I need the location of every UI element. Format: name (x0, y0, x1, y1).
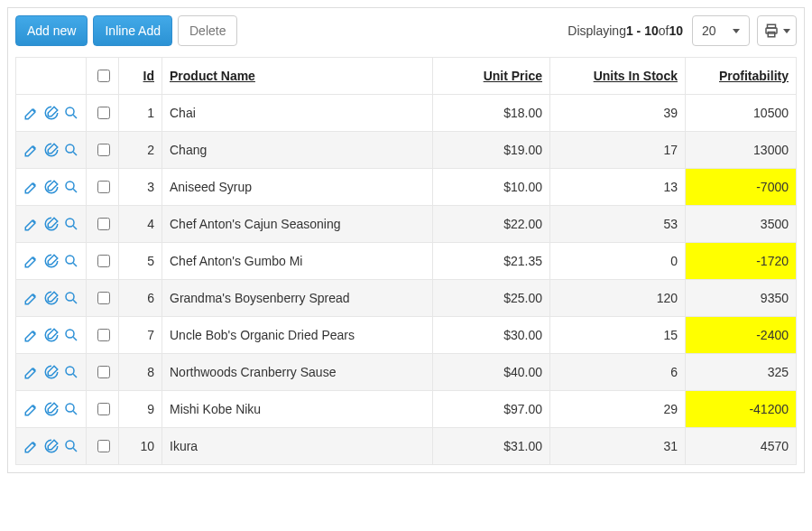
edit-icon[interactable] (23, 364, 40, 380)
cell-product-name: Ikura (162, 428, 433, 465)
cell-profitability: 9350 (686, 280, 797, 317)
row-actions (23, 327, 78, 343)
cell-unit-price: $18.00 (433, 95, 550, 132)
row-checkbox[interactable] (97, 144, 110, 156)
svg-point-3 (66, 107, 74, 116)
cell-units-in-stock: 6 (550, 354, 686, 391)
svg-point-12 (66, 441, 74, 449)
view-icon[interactable] (63, 105, 79, 121)
view-icon[interactable] (63, 290, 79, 306)
cell-id: 1 (119, 95, 162, 132)
cell-unit-price: $30.00 (433, 317, 550, 354)
row-actions (23, 105, 78, 121)
print-button[interactable] (757, 15, 797, 46)
view-icon[interactable] (63, 216, 79, 232)
cell-id: 7 (119, 317, 162, 354)
view-icon[interactable] (63, 142, 79, 158)
row-checkbox[interactable] (97, 403, 110, 415)
view-icon[interactable] (63, 327, 79, 343)
row-checkbox[interactable] (97, 366, 110, 378)
svg-point-5 (66, 182, 74, 190)
edit-icon[interactable] (23, 290, 40, 306)
svg-point-7 (66, 256, 74, 264)
page-size-select[interactable]: 20 (692, 15, 750, 46)
cell-unit-price: $97.00 (433, 391, 550, 428)
inline-edit-icon[interactable] (43, 216, 60, 232)
inline-edit-icon[interactable] (43, 327, 60, 343)
cell-id: 9 (119, 391, 162, 428)
row-checkbox[interactable] (97, 255, 110, 267)
row-checkbox[interactable] (97, 218, 110, 230)
inline-edit-icon[interactable] (43, 364, 60, 380)
row-checkbox[interactable] (97, 440, 110, 452)
cell-units-in-stock: 13 (550, 169, 686, 206)
edit-icon[interactable] (23, 327, 40, 343)
cell-profitability: 13000 (686, 132, 797, 169)
cell-profitability: -2400 (686, 317, 797, 354)
cell-id: 3 (119, 169, 162, 206)
table-row: 6Grandma's Boysenberry Spread$25.0012093… (16, 280, 797, 317)
cell-product-name: Uncle Bob's Organic Dried Pears (162, 317, 433, 354)
inline-edit-icon[interactable] (43, 438, 60, 454)
edit-icon[interactable] (23, 253, 40, 269)
view-icon[interactable] (63, 253, 79, 269)
edit-icon[interactable] (23, 105, 40, 121)
row-checkbox[interactable] (97, 181, 110, 193)
cell-product-name: Chef Anton's Cajun Seasoning (162, 206, 433, 243)
cell-id: 5 (119, 243, 162, 280)
row-checkbox[interactable] (97, 292, 110, 304)
table-row: 9Mishi Kobe Niku$97.0029-41200 (16, 391, 797, 428)
inline-edit-icon[interactable] (43, 105, 60, 121)
view-icon[interactable] (63, 179, 79, 195)
delete-button[interactable]: Delete (178, 15, 237, 46)
table-header-row: Id Product Name Unit Price Units In Stoc… (16, 58, 797, 95)
column-header-units-in-stock[interactable]: Units In Stock (550, 58, 686, 95)
column-header-profitability[interactable]: Profitability (686, 58, 797, 95)
view-icon[interactable] (63, 438, 79, 454)
column-header-actions (16, 58, 87, 95)
cell-id: 4 (119, 206, 162, 243)
inline-edit-icon[interactable] (43, 253, 60, 269)
data-table: Id Product Name Unit Price Units In Stoc… (15, 57, 797, 465)
cell-product-name: Mishi Kobe Niku (162, 391, 433, 428)
edit-icon[interactable] (23, 438, 40, 454)
chevron-down-icon (783, 29, 790, 33)
cell-profitability: 4570 (686, 428, 797, 465)
cell-id: 8 (119, 354, 162, 391)
cell-units-in-stock: 17 (550, 132, 686, 169)
cell-product-name: Chai (162, 95, 433, 132)
row-checkbox[interactable] (97, 329, 110, 341)
cell-product-name: Northwoods Cranberry Sause (162, 354, 433, 391)
cell-id: 6 (119, 280, 162, 317)
column-header-id[interactable]: Id (119, 58, 162, 95)
view-icon[interactable] (63, 401, 79, 417)
inline-edit-icon[interactable] (43, 401, 60, 417)
inline-edit-icon[interactable] (43, 142, 60, 158)
row-actions (23, 142, 78, 158)
inline-add-button[interactable]: Inline Add (93, 15, 172, 46)
edit-icon[interactable] (23, 401, 40, 417)
edit-icon[interactable] (23, 216, 40, 232)
select-all-checkbox[interactable] (97, 70, 110, 82)
edit-icon[interactable] (23, 142, 40, 158)
column-header-product-name[interactable]: Product Name (162, 58, 433, 95)
pager-info: Displaying 1 - 10 of 10 20 (567, 15, 797, 46)
cell-product-name: Aniseed Syrup (162, 169, 433, 206)
inline-edit-icon[interactable] (43, 290, 60, 306)
table-row: 5Chef Anton's Gumbo Mi$21.350-1720 (16, 243, 797, 280)
add-new-button[interactable]: Add new (15, 15, 88, 46)
row-checkbox[interactable] (97, 107, 110, 119)
view-icon[interactable] (63, 364, 79, 380)
edit-icon[interactable] (23, 179, 40, 195)
cell-units-in-stock: 39 (550, 95, 686, 132)
row-actions (23, 401, 78, 417)
column-header-unit-price[interactable]: Unit Price (433, 58, 550, 95)
inline-edit-icon[interactable] (43, 179, 60, 195)
cell-unit-price: $21.35 (433, 243, 550, 280)
printer-icon (763, 23, 780, 39)
table-row: 3Aniseed Syrup$10.0013-7000 (16, 169, 797, 206)
cell-units-in-stock: 29 (550, 391, 686, 428)
table-row: 1Chai$18.003910500 (16, 95, 797, 132)
svg-point-10 (66, 367, 74, 375)
chevron-down-icon (733, 29, 740, 33)
